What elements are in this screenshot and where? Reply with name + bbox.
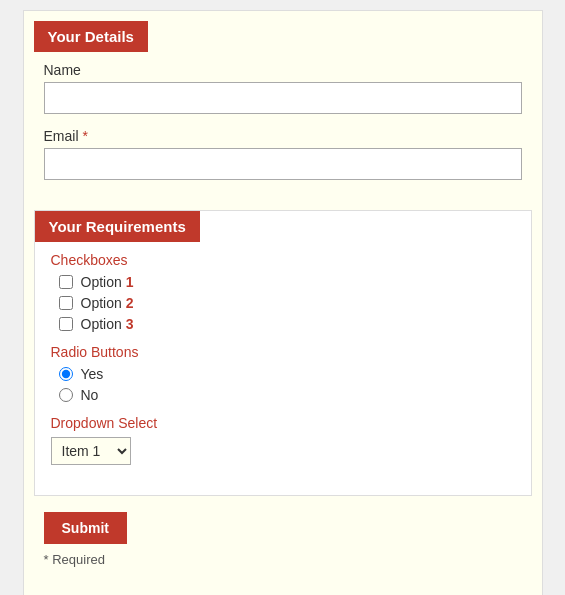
checkbox-option-1[interactable] xyxy=(59,275,73,289)
checkbox-label-1[interactable]: Option 1 xyxy=(81,274,134,290)
radio-group: Radio Buttons Yes No xyxy=(51,344,515,403)
name-input[interactable] xyxy=(44,82,522,114)
email-label: Email * xyxy=(44,128,522,144)
dropdown-label: Dropdown Select xyxy=(51,415,515,431)
email-input[interactable] xyxy=(44,148,522,180)
checkbox-label-2[interactable]: Option 2 xyxy=(81,295,134,311)
submit-section: Submit * Required xyxy=(24,496,542,575)
your-requirements-header-block: Your Requirements xyxy=(35,211,200,242)
email-required-star: * xyxy=(82,128,87,144)
checkbox-item-1: Option 1 xyxy=(59,274,515,290)
details-section: Name Email * xyxy=(24,52,542,210)
requirements-inner: Checkboxes Option 1 Option 2 Option 3 Ra… xyxy=(35,242,531,479)
name-field-group: Name xyxy=(44,62,522,114)
your-details-header-block: Your Details xyxy=(34,21,148,52)
checkbox-item-3: Option 3 xyxy=(59,316,515,332)
your-requirements-title: Your Requirements xyxy=(49,218,186,235)
dropdown-group: Dropdown Select Item 1 Item 2 Item 3 xyxy=(51,415,515,465)
checkbox-label-3[interactable]: Option 3 xyxy=(81,316,134,332)
radio-yes[interactable] xyxy=(59,367,73,381)
email-field-group: Email * xyxy=(44,128,522,180)
radio-yes-label[interactable]: Yes xyxy=(81,366,104,382)
name-label: Name xyxy=(44,62,522,78)
your-details-title: Your Details xyxy=(48,28,134,45)
submit-button[interactable]: Submit xyxy=(44,512,127,544)
radio-no-label[interactable]: No xyxy=(81,387,99,403)
radio-item-yes: Yes xyxy=(59,366,515,382)
requirements-wrapper: Your Requirements Checkboxes Option 1 Op… xyxy=(34,210,532,496)
required-note: * Required xyxy=(44,552,522,567)
radio-no[interactable] xyxy=(59,388,73,402)
checkboxes-group: Checkboxes Option 1 Option 2 Option 3 xyxy=(51,252,515,332)
radio-label: Radio Buttons xyxy=(51,344,515,360)
checkbox-option-2[interactable] xyxy=(59,296,73,310)
checkbox-option-3[interactable] xyxy=(59,317,73,331)
form-container: Your Details Name Email * Your Requireme… xyxy=(23,10,543,595)
dropdown-select[interactable]: Item 1 Item 2 Item 3 xyxy=(51,437,131,465)
checkbox-item-2: Option 2 xyxy=(59,295,515,311)
checkboxes-label: Checkboxes xyxy=(51,252,515,268)
radio-item-no: No xyxy=(59,387,515,403)
